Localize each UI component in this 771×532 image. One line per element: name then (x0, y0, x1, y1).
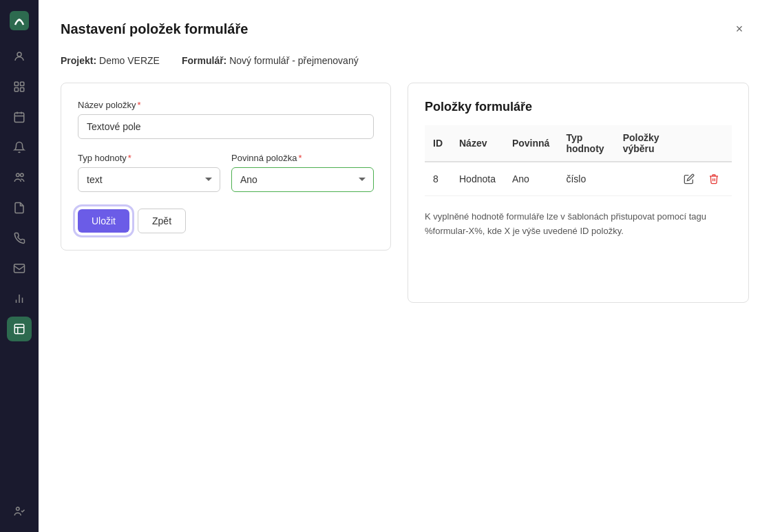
project-info: Projekt: Demo VERZE Formulář: Nový formu… (61, 55, 749, 66)
required-star-type: * (128, 153, 131, 163)
sidebar-item-notifications[interactable] (7, 135, 32, 160)
table-header: ID Název Povinná Typ hodnoty Položky výb… (425, 125, 732, 162)
cell-type: číslo (558, 162, 614, 196)
form-editor-panel: Název položky* Typ hodnoty* text číslo d… (61, 83, 391, 251)
col-type: Typ hodnoty (558, 125, 614, 162)
required-label: Povinná položka* (231, 153, 374, 163)
form-items-panel: Položky formuláře ID Název Povinná Typ h… (408, 83, 749, 303)
edit-row-button[interactable] (679, 169, 699, 189)
two-column-layout: Název položky* Typ hodnoty* text číslo d… (61, 83, 749, 303)
save-button[interactable]: Uložit (78, 209, 129, 233)
sidebar-item-documents[interactable] (7, 195, 32, 220)
sidebar-item-email[interactable] (7, 256, 32, 281)
sidebar-item-forms[interactable] (7, 317, 32, 341)
dialog-title: Nastavení položek formuláře (61, 21, 248, 37)
sidebar-item-calendar[interactable] (7, 105, 32, 129)
button-row: Uložit Zpět (78, 209, 374, 233)
svg-rect-9 (14, 264, 25, 273)
back-button[interactable]: Zpět (138, 209, 186, 233)
form-label: Formulář: Nový formulář - přejmenovaný (182, 55, 359, 66)
type-required-row: Typ hodnoty* text číslo datum výběr Povi… (78, 153, 374, 192)
required-star: * (138, 100, 141, 110)
project-label: Projekt: Demo VERZE (61, 55, 160, 66)
svg-point-8 (21, 173, 24, 177)
svg-rect-6 (14, 113, 24, 123)
svg-rect-2 (14, 82, 18, 85)
cell-required: Ano (504, 162, 558, 196)
svg-rect-5 (21, 88, 24, 92)
sidebar-item-phone[interactable] (7, 226, 32, 251)
col-id: ID (425, 125, 451, 162)
close-button[interactable]: × (730, 19, 749, 39)
item-name-group: Název položky* (78, 100, 374, 139)
table-body: 8 Hodnota Ano číslo (425, 162, 732, 196)
svg-point-1 (17, 52, 21, 56)
cell-name: Hodnota (451, 162, 504, 196)
panel-title: Položky formuláře (425, 100, 732, 114)
sidebar-item-dashboard[interactable] (7, 74, 32, 99)
cell-actions (671, 162, 732, 196)
dialog-header: Nastavení položek formuláře × (61, 19, 749, 39)
items-table: ID Název Povinná Typ hodnoty Položky výb… (425, 125, 732, 196)
table-row: 8 Hodnota Ano číslo (425, 162, 732, 196)
svg-point-14 (17, 507, 20, 511)
svg-point-7 (17, 173, 20, 177)
row-actions (679, 169, 724, 189)
col-actions (671, 125, 732, 162)
col-options: Položky výběru (615, 125, 671, 162)
item-name-input[interactable] (78, 114, 374, 139)
info-text: K vyplněné hodnotě formuláře lze v šablo… (425, 210, 732, 239)
type-label: Typ hodnoty* (78, 153, 220, 163)
svg-rect-4 (14, 88, 18, 92)
main-content: Nastavení položek formuláře × Projekt: D… (39, 0, 771, 532)
required-star-req: * (298, 153, 302, 163)
cell-options (615, 162, 671, 196)
required-select[interactable]: Ano Ne (231, 167, 374, 192)
required-group: Povinná položka* Ano Ne (231, 153, 374, 192)
delete-row-button[interactable] (704, 169, 724, 189)
sidebar-item-users[interactable] (7, 44, 32, 69)
svg-rect-3 (21, 82, 24, 85)
type-select[interactable]: text číslo datum výběr (78, 167, 220, 192)
svg-rect-13 (14, 324, 24, 334)
cell-id: 8 (425, 162, 451, 196)
col-name: Název (451, 125, 504, 162)
sidebar-item-team[interactable] (7, 165, 32, 190)
item-name-label: Název položky* (78, 100, 374, 110)
sidebar (0, 0, 39, 532)
type-group: Typ hodnoty* text číslo datum výběr (78, 153, 220, 192)
col-required: Povinná (504, 125, 558, 162)
sidebar-item-analytics[interactable] (7, 286, 32, 311)
app-logo (7, 8, 32, 33)
sidebar-item-manage-users[interactable] (7, 499, 32, 524)
